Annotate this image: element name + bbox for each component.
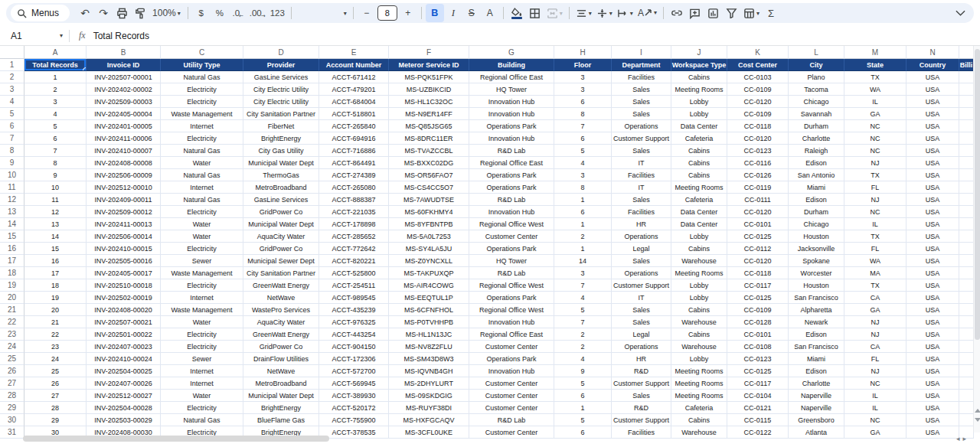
cell[interactable]: Operations Park	[469, 169, 554, 181]
cell[interactable]: Houston	[789, 279, 844, 292]
column-header-b[interactable]: B	[87, 46, 161, 59]
cell[interactable]: NJ	[844, 157, 906, 169]
zoom-control[interactable]: 100% ▾	[149, 4, 184, 22]
cell[interactable]: Municipal Water Dept	[243, 218, 319, 230]
cell[interactable]: USA	[906, 181, 959, 194]
cell[interactable]: Naperville	[789, 390, 844, 402]
cell[interactable]: USA	[906, 230, 959, 243]
cell[interactable]: Sales	[612, 145, 671, 157]
cell[interactable]: 7	[554, 279, 612, 292]
cell[interactable]: Tacoma	[789, 83, 844, 96]
cell[interactable]: GA	[844, 304, 906, 316]
cell[interactable]: Edison	[789, 194, 844, 206]
cell[interactable]: 8	[24, 157, 87, 169]
font-family-select[interactable]: ▾	[296, 4, 349, 22]
cell[interactable]: Cabins	[671, 328, 727, 341]
cell[interactable]: Lobby	[671, 292, 727, 304]
row-header-12[interactable]: 12	[0, 194, 24, 206]
cell[interactable]: NetWave	[243, 292, 319, 304]
cell[interactable]: INV-202407-00026	[87, 377, 161, 390]
cell[interactable]: ACCT-904150	[319, 341, 389, 353]
cell[interactable]: Natural Gas	[161, 169, 243, 181]
row-header-6[interactable]: 6	[0, 120, 24, 132]
cell[interactable]: FiberNet	[243, 120, 319, 132]
cell[interactable]: USA	[906, 365, 959, 377]
cell[interactable]: Internet	[161, 181, 243, 194]
cell[interactable]: CC-0122	[727, 426, 789, 439]
cell[interactable]: GreenWatt Energy	[243, 279, 319, 292]
cell[interactable]: ACCT-520172	[319, 402, 389, 414]
merge-cells-button[interactable]: ▾	[544, 4, 565, 22]
cell[interactable]: Facilities	[612, 71, 671, 83]
cell[interactable]: Legal	[612, 328, 671, 341]
cell[interactable]: City Electric Utility	[243, 96, 319, 108]
cell[interactable]: MS-N9ER14FF	[389, 108, 469, 120]
header-cell[interactable]: City	[789, 59, 844, 71]
currency-format-button[interactable]: $	[192, 4, 211, 22]
insert-link-button[interactable]	[668, 4, 686, 22]
cell[interactable]: Jacksonville	[789, 243, 844, 255]
cell[interactable]: 4	[554, 353, 612, 365]
cell[interactable]: 14	[554, 255, 612, 267]
cell[interactable]: Customer Support	[612, 132, 671, 145]
cell[interactable]: MS-HL1N13JC	[389, 328, 469, 341]
cell[interactable]: 5	[24, 120, 87, 132]
row-header-11[interactable]: 11	[0, 181, 24, 194]
cell[interactable]: 21	[24, 316, 87, 328]
cell[interactable]: Customer Center	[469, 377, 554, 390]
cell[interactable]: CC-0120	[727, 96, 789, 108]
cell[interactable]: USA	[906, 377, 959, 390]
cell[interactable]: INV-202408-00008	[87, 157, 161, 169]
cell[interactable]: 16	[24, 255, 87, 267]
cell[interactable]: GridPower Co	[243, 206, 319, 218]
cell[interactable]	[959, 292, 974, 304]
cell[interactable]: Electricity	[161, 206, 243, 218]
cell[interactable]: USA	[906, 83, 959, 96]
cell[interactable]: USA	[906, 243, 959, 255]
cell[interactable]: Miami	[789, 353, 844, 365]
cell[interactable]: USA	[906, 120, 959, 132]
cell[interactable]: MetroBroadband	[243, 181, 319, 194]
cell[interactable]: 7	[554, 120, 612, 132]
header-cell[interactable]: State	[844, 59, 906, 71]
cell[interactable]: INV-202408-00020	[87, 304, 161, 316]
cell[interactable]: ACCT-285652	[319, 230, 389, 243]
cell[interactable]: Innovation Hub	[469, 206, 554, 218]
cell[interactable]	[959, 108, 974, 120]
cell[interactable]: 13	[24, 218, 87, 230]
cell[interactable]: NJ	[844, 365, 906, 377]
cell[interactable]: ACCT-254511	[319, 279, 389, 292]
cell[interactable]: Innovation Hub	[469, 316, 554, 328]
cell[interactable]: AquaCity Water	[243, 316, 319, 328]
cell[interactable]: Meeting Rooms	[671, 267, 727, 279]
header-cell[interactable]: Workspace Type	[671, 59, 727, 71]
cell[interactable]: MS-UZBIKCID	[389, 83, 469, 96]
cell[interactable]: NC	[844, 414, 906, 426]
cell[interactable]: 1	[554, 218, 612, 230]
cell[interactable]: USA	[906, 169, 959, 181]
name-box[interactable]: A1 ▾	[0, 26, 69, 45]
column-header-l[interactable]: L	[789, 46, 844, 59]
cell[interactable]: 9	[554, 365, 612, 377]
scroll-up-icon[interactable]	[975, 409, 980, 413]
header-cell-partial[interactable]: Billi	[959, 59, 974, 71]
cell[interactable]: Data Center	[671, 206, 727, 218]
cell[interactable]: Innovation Hub	[469, 108, 554, 120]
cell[interactable]: Cabins	[671, 71, 727, 83]
number-format-button[interactable]: 123	[268, 4, 287, 22]
cell[interactable]: CC-0101	[727, 218, 789, 230]
strikethrough-button[interactable]: S	[462, 4, 481, 22]
row-header-9[interactable]: 9	[0, 157, 24, 169]
cell[interactable]: NC	[844, 132, 906, 145]
cell[interactable]: USA	[906, 267, 959, 279]
cell[interactable]: 17	[24, 267, 87, 279]
cell[interactable]: BlueFlame Gas	[243, 414, 319, 426]
cell[interactable]: Operations	[612, 341, 671, 353]
cell[interactable]: USA	[906, 292, 959, 304]
cell[interactable]	[959, 341, 974, 353]
paint-format-button[interactable]	[131, 4, 149, 22]
cell[interactable]: Internet	[161, 120, 243, 132]
column-header-n[interactable]: N	[906, 46, 959, 59]
cell[interactable]: MS-AIR4COWG	[389, 279, 469, 292]
cell[interactable]: Plano	[789, 71, 844, 83]
